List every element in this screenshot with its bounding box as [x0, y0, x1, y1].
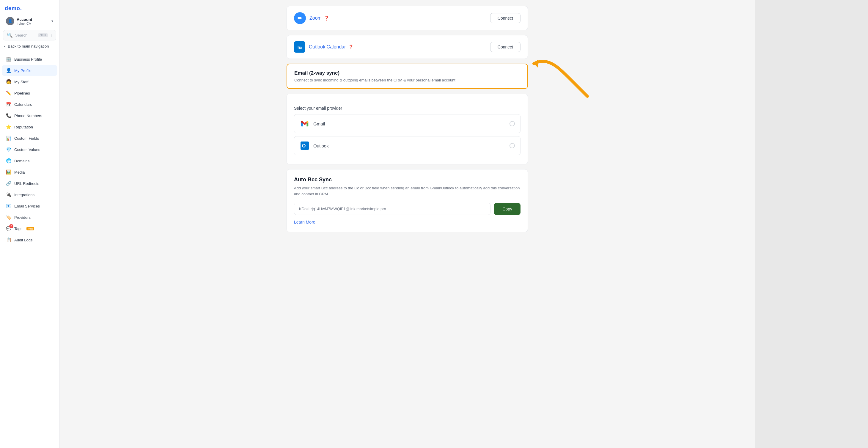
sidebar-item-label: Media: [14, 170, 25, 175]
chevron-down-icon: ▾: [52, 19, 53, 23]
gmail-provider-left: Gmail: [300, 119, 325, 129]
sidebar-item-pipelines[interactable]: ✏️ Pipelines: [2, 88, 57, 98]
auto-bcc-title: Auto Bcc Sync: [294, 177, 521, 183]
auto-bcc-description: Add your smart Bcc address to the Cc or …: [294, 185, 521, 197]
sidebar-item-integrations[interactable]: 🔌 Integrations: [2, 189, 57, 200]
arrow-annotation: [528, 55, 593, 102]
sidebar-item-label: Email Services: [14, 204, 40, 208]
outlook-cal-left: O Outlook Calendar ❓: [294, 41, 353, 53]
sidebar-divider: [0, 52, 59, 52]
email-sync-wrapper: Email (2-way sync) Connect to sync incom…: [286, 64, 528, 237]
sidebar-item-my-staff[interactable]: 🧑 My Staff: [2, 77, 57, 87]
integrations-icon: 🔌: [6, 192, 11, 198]
domains-icon: 🌐: [6, 158, 11, 163]
zoom-integration-card: Zoom ❓ Connect: [286, 6, 528, 30]
sidebar-item-label: My Staff: [14, 80, 28, 84]
copy-button[interactable]: Copy: [494, 203, 521, 215]
back-to-main-nav[interactable]: ‹ Back to main navigation: [0, 41, 59, 51]
sidebar-item-phone-numbers[interactable]: 📞 Phone Numbers: [2, 110, 57, 121]
zoom-help-icon[interactable]: ❓: [324, 16, 329, 21]
sidebar-item-calendars[interactable]: 📅 Calendars: [2, 99, 57, 110]
sidebar-item-url-redirects[interactable]: 🔗 URL Redirects: [2, 178, 57, 189]
svg-marker-5: [303, 122, 307, 125]
email-sync-main: Email (2-way sync) Connect to sync incom…: [286, 64, 528, 237]
zoom-icon: [294, 12, 306, 24]
sidebar-item-label: Providers: [14, 215, 31, 220]
sidebar-item-email-services[interactable]: 📧 Email Services: [2, 201, 57, 211]
outlook-cal-connect-button[interactable]: Connect: [490, 42, 521, 52]
sidebar-item-label: Phone Numbers: [14, 114, 42, 118]
account-info: Account Irvine, CA: [17, 17, 49, 25]
my-staff-icon: 🧑: [6, 79, 11, 84]
outlook-icon: O: [300, 141, 310, 151]
new-badge: new: [27, 227, 34, 230]
sidebar-item-tags[interactable]: 💬 2 Tags new: [2, 223, 57, 234]
outlook-cal-help-icon[interactable]: ❓: [348, 44, 353, 49]
learn-more-link[interactable]: Learn More: [294, 220, 315, 225]
sidebar-item-domains[interactable]: 🌐 Domains: [2, 155, 57, 166]
sidebar-item-reputation[interactable]: ⭐ Reputation: [2, 122, 57, 132]
sidebar-item-business-profile[interactable]: 🏢 Business Profile: [2, 54, 57, 64]
email-provider-section: Select your email provider: [286, 94, 528, 165]
chat-widget: 💬 2: [6, 226, 11, 231]
account-icon: 👤: [6, 17, 14, 25]
app-logo: demo.: [0, 0, 59, 14]
search-label: Search: [15, 33, 36, 37]
zoom-name-wrap: Zoom ❓: [309, 16, 329, 21]
sidebar-item-label-active: My Profile: [14, 68, 32, 73]
right-panel: [755, 0, 868, 448]
email-sync-description: Connect to sync incoming & outgoing emai…: [294, 78, 520, 82]
svg-text:O: O: [302, 143, 306, 148]
zoom-integration-left: Zoom ❓: [294, 12, 329, 24]
main-content: Zoom ❓ Connect O Outlook Calendar: [59, 0, 755, 448]
outlook-provider-left: O Outlook: [300, 141, 329, 151]
bcc-email-input[interactable]: [294, 203, 491, 215]
outlook-provider-option[interactable]: O Outlook: [294, 136, 521, 155]
gmail-radio[interactable]: [509, 121, 515, 126]
sidebar-item-audit-logs[interactable]: 📋 Audit Logs: [2, 235, 57, 245]
sidebar-item-providers[interactable]: 🏷️ Providers: [2, 212, 57, 223]
zoom-name: Zoom: [309, 16, 322, 21]
search-bar[interactable]: 🔍 Search ctrl K ↑: [3, 30, 56, 40]
custom-values-icon: 💎: [6, 147, 11, 152]
gmail-provider-name: Gmail: [313, 121, 325, 126]
select-provider-label: Select your email provider: [294, 106, 521, 111]
svg-text:O: O: [300, 47, 302, 49]
account-location: Irvine, CA: [17, 22, 49, 25]
sidebar-item-my-profile[interactable]: 👤 My Profile: [2, 65, 57, 76]
sidebar-item-custom-values[interactable]: 💎 Custom Values: [2, 144, 57, 155]
account-switcher[interactable]: 👤 Account Irvine, CA ▾: [2, 14, 57, 28]
email-sync-title: Email (2-way sync): [294, 70, 520, 76]
calendars-icon: 📅: [6, 102, 11, 107]
gmail-icon: [300, 119, 310, 129]
auto-bcc-card: Auto Bcc Sync Add your smart Bcc address…: [286, 169, 528, 232]
sidebar-item-custom-fields[interactable]: 📊 Custom Fields: [2, 133, 57, 144]
outlook-cal-name: Outlook Calendar: [309, 44, 346, 49]
sidebar-item-label: Business Profile: [14, 57, 42, 62]
phone-numbers-icon: 📞: [6, 113, 11, 118]
svg-marker-8: [534, 59, 538, 68]
chat-badge-count: 2: [9, 224, 13, 228]
gmail-provider-option[interactable]: Gmail: [294, 114, 521, 133]
outlook-cal-name-wrap: Outlook Calendar ❓: [309, 44, 353, 50]
sidebar: demo. 👤 Account Irvine, CA ▾ 🔍 Search ct…: [0, 0, 59, 448]
bcc-input-row: Copy: [294, 203, 521, 215]
zoom-connect-button[interactable]: Connect: [490, 13, 521, 23]
sidebar-item-media[interactable]: 🖼️ Media: [2, 167, 57, 177]
email-sync-card: Email (2-way sync) Connect to sync incom…: [286, 64, 528, 89]
outlook-calendar-card: O Outlook Calendar ❓ Connect: [286, 35, 528, 59]
outlook-provider-name: Outlook: [313, 143, 329, 148]
search-icon: 🔍: [7, 32, 13, 38]
custom-fields-icon: 📊: [6, 136, 11, 141]
reputation-icon: ⭐: [6, 124, 11, 130]
sidebar-item-label: Custom Values: [14, 147, 40, 152]
url-redirects-icon: 🔗: [6, 181, 11, 186]
sidebar-item-label: Audit Logs: [14, 238, 32, 242]
back-arrow-icon: ‹: [4, 44, 5, 49]
audit-logs-icon: 📋: [6, 237, 11, 243]
email-services-icon: 📧: [6, 203, 11, 209]
providers-icon: 🏷️: [6, 215, 11, 220]
sidebar-item-label: Reputation: [14, 125, 33, 129]
my-profile-icon: 👤: [6, 68, 11, 73]
outlook-radio[interactable]: [509, 143, 515, 148]
